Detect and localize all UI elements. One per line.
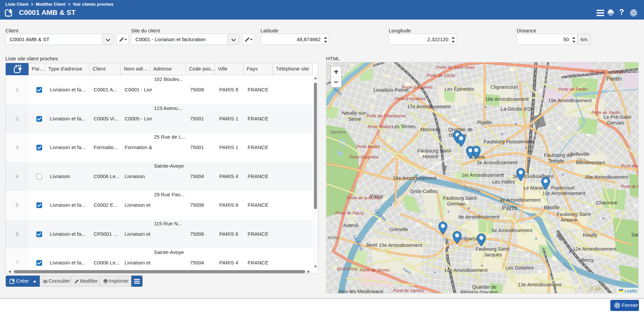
svg-text:Quartier de: Quartier de <box>448 127 473 132</box>
svg-text:Reuilly: Reuilly <box>583 232 598 238</box>
svg-text:la Glacière: la Glacière <box>474 290 497 293</box>
svg-text:19e Arrondissement: 19e Arrondissement <box>548 98 592 103</box>
svg-text:Porte de B: Porte de B <box>621 184 638 189</box>
svg-text:Monceau: Monceau <box>420 127 441 132</box>
svg-text:Issy-les-Moulineaux: Issy-les-Moulineaux <box>339 288 384 293</box>
svg-text:Gros-Caillou: Gros-Caillou <box>411 189 438 194</box>
svg-text:16e Arrondissement: 16e Arrondissement <box>393 175 437 181</box>
svg-text:Auteuil: Auteuil <box>343 223 358 228</box>
svg-text:Gervais: Gervais <box>607 120 624 125</box>
svg-text:Grenelle: Grenelle <box>390 227 408 232</box>
svg-text:Faubourg Saint-: Faubourg Saint- <box>476 246 511 252</box>
svg-text:Paris: Paris <box>502 204 517 211</box>
svg-text:Quartier de: Quartier de <box>472 284 497 290</box>
svg-text:13e Arrondissement: 13e Arrondissement <box>518 282 561 287</box>
svg-text:+: + <box>334 67 338 76</box>
svg-text:Temple: Temple <box>548 158 564 164</box>
svg-text:17e Arrondissement: 17e Arrondissement <box>407 104 451 109</box>
svg-text:14e Arrondissement: 14e Arrondissement <box>444 267 488 273</box>
svg-text:Porte de Passy: Porte de Passy <box>335 211 364 216</box>
svg-text:Antoine: Antoine <box>560 217 577 223</box>
svg-text:Ménilmontant: Ménilmontant <box>576 160 605 165</box>
svg-text:18e Arrondissement: 18e Arrondissement <box>485 96 529 102</box>
svg-text:−: − <box>334 78 338 86</box>
svg-text:Bastille: Bastille <box>544 205 560 210</box>
svg-text:Javel: Javel <box>366 242 377 248</box>
svg-text:Germain: Germain <box>447 201 466 206</box>
svg-text:Jacques: Jacques <box>484 252 502 257</box>
svg-text:Quai d'Issy: Quai d'Issy <box>337 266 358 271</box>
svg-text:Porte d'Asnières: Porte d'Asnières <box>394 96 425 101</box>
svg-text:Molitor: Molitor <box>328 235 340 240</box>
svg-text:Porte Dauphine: Porte Dauphine <box>350 155 379 160</box>
svg-text:Porte de Sèvres: Porte de Sèvres <box>360 268 390 273</box>
svg-text:Faubourg Poissonnière: Faubourg Poissonnière <box>484 139 534 144</box>
svg-text:Porte de Champerret: Porte de Champerret <box>366 114 406 118</box>
svg-text:La Goutte d'Or: La Goutte d'Or <box>501 106 533 112</box>
svg-text:Faubourg du: Faubourg du <box>544 152 572 158</box>
svg-text:Porte de la Villette: Porte de la Villette <box>589 70 623 75</box>
svg-text:Honoré: Honoré <box>422 154 439 159</box>
svg-text:Les Gobelins: Les Gobelins <box>506 265 534 271</box>
svg-text:Le Pré-Saint-: Le Pré-Saint- <box>604 114 633 120</box>
svg-text:Les Halles: Les Halles <box>492 179 515 185</box>
svg-text:Pigalle: Pigalle <box>477 120 492 125</box>
svg-text:Charonne: Charonne <box>596 200 617 205</box>
svg-text:Porte de la Muette: Porte de la Muette <box>347 196 381 200</box>
svg-text:Neuilly-sur-: Neuilly-sur- <box>342 110 367 116</box>
svg-text:Porte d'Asnières: Porte d'Asnières <box>402 85 432 90</box>
svg-text:11e Arrondissement: 11e Arrondissement <box>542 191 585 196</box>
svg-text:D 103: D 103 <box>591 287 601 291</box>
svg-text:4e Arrondissement: 4e Arrondissement <box>500 197 541 203</box>
svg-text:Porte des Lil: Porte des Lil <box>621 164 638 168</box>
svg-text:Porte Maillot: Porte Maillot <box>356 144 380 149</box>
svg-text:Popincourt: Popincourt <box>551 185 574 191</box>
svg-text:20e Arrondissement: 20e Arrondissement <box>585 174 629 180</box>
svg-text:Bercy: Bercy <box>581 257 594 263</box>
svg-text:1er Arrondissement: 1er Arrondissement <box>461 172 504 178</box>
svg-text:Leaflet: Leaflet <box>624 289 637 293</box>
svg-text:6e Arrondissement: 6e Arrondissement <box>459 214 500 220</box>
svg-text:Porte de Saint-Ouen: Porte de Saint-Ouen <box>437 65 475 70</box>
svg-text:Le Marais: Le Marais <box>523 185 545 191</box>
svg-text:Porte de Vanves: Porte de Vanves <box>393 288 424 293</box>
svg-text:Porte de Pantin: Porte de Pantin <box>558 87 587 92</box>
svg-text:Nanterre: Nanterre <box>330 130 346 135</box>
svg-text:5e Arrondissement: 5e Arrondissement <box>492 228 533 233</box>
svg-text:Porte de Pantin: Porte de Pantin <box>591 110 620 115</box>
svg-text:2e Arrondissement: 2e Arrondissement <box>477 160 518 165</box>
svg-text:Pantin: Pantin <box>606 76 621 82</box>
svg-text:Les Ternes: Les Ternes <box>392 124 416 129</box>
svg-text:Les Épinettes: Les Épinettes <box>445 86 474 92</box>
svg-text:Faubourg Saint-: Faubourg Saint- <box>557 211 592 217</box>
svg-text:Alésia: Alésia <box>460 289 474 293</box>
svg-text:Porte Maillot: Porte Maillot <box>367 124 391 129</box>
svg-text:Clignancourt: Clignancourt <box>490 84 518 90</box>
svg-text:Belleville: Belleville <box>570 151 589 157</box>
svg-text:Sain: Sain <box>631 232 638 237</box>
svg-text:12e Arrondissement: 12e Arrondissement <box>573 246 616 252</box>
svg-text:Faubourg Saint-: Faubourg Saint- <box>417 148 452 153</box>
svg-text:Porte de Clichy: Porte de Clichy <box>427 73 456 78</box>
svg-text:Seine: Seine <box>348 116 361 122</box>
svg-text:Faubourg Saint-: Faubourg Saint- <box>443 195 478 201</box>
svg-text:15e Arrondissement: 15e Arrondissement <box>379 243 422 248</box>
